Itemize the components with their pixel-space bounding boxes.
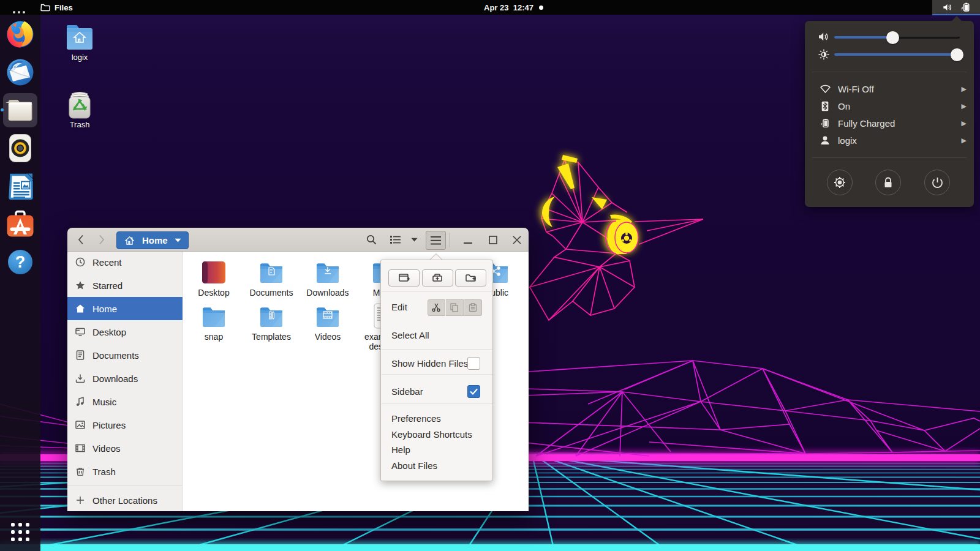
svg-text:?: ? bbox=[15, 253, 26, 271]
